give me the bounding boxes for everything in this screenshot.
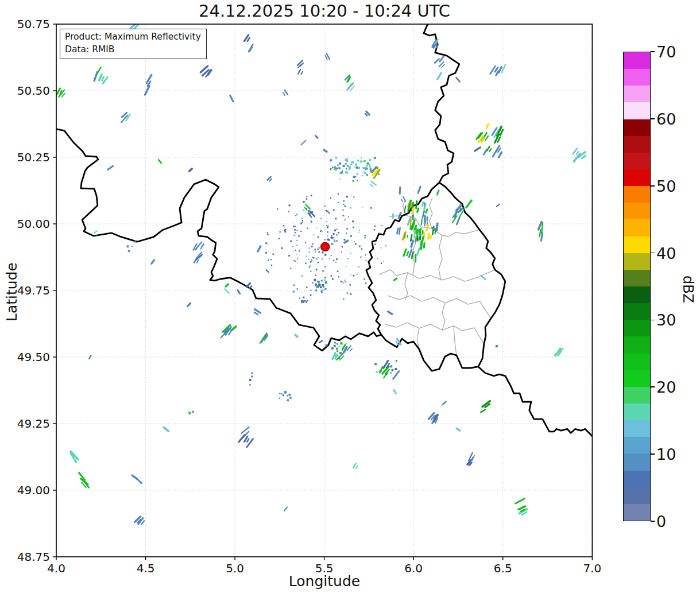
plot-content (56, 24, 592, 557)
colorbar-tick-label: 20 (656, 379, 676, 395)
colorbar-cell (624, 102, 650, 119)
colorbar-cell (624, 404, 650, 420)
svg-text:50.50: 50.50 (17, 84, 50, 98)
annotation-product: Product: Maximum Reflectivity (65, 31, 201, 44)
colorbar-tick (651, 386, 655, 387)
colorbar-cell (624, 270, 650, 286)
colorbar-cell (624, 253, 650, 270)
x-axis-label: Longitude (56, 573, 593, 590)
colorbar-cell (624, 169, 650, 186)
colorbar-cell (624, 471, 650, 487)
svg-text:49.75: 49.75 (17, 284, 50, 297)
colorbar-cell (624, 119, 650, 136)
y-axis-label: Latitude (3, 229, 20, 355)
colorbar-tick-label: 40 (656, 246, 676, 261)
colorbar-cell (624, 336, 650, 353)
colorbar-cell (624, 69, 650, 86)
colorbar-tick-label: 60 (656, 111, 676, 127)
colorbar-cell (624, 370, 650, 387)
colorbar-tick (651, 253, 655, 254)
colorbar-cell (624, 237, 650, 253)
colorbar-tick-label: 10 (656, 447, 676, 462)
svg-text:50.25: 50.25 (17, 150, 50, 164)
radar-site-marker (321, 242, 330, 251)
colorbar-cell (624, 203, 650, 219)
map-plot: 4.04.55.05.56.06.57.048.7549.0049.2549.5… (0, 0, 700, 597)
svg-text:49.25: 49.25 (17, 417, 50, 431)
annotation-box: Product: Maximum Reflectivity Data: RMIB (60, 29, 207, 59)
colorbar-cell (624, 354, 650, 370)
colorbar-label: dBZ (680, 272, 696, 307)
colorbar-cell (624, 303, 650, 320)
colorbar-cell (624, 420, 650, 437)
colorbar-tick-label: 50 (656, 179, 676, 194)
annotation-source: Data: RMIB (65, 44, 201, 56)
colorbar-cell (624, 453, 650, 470)
svg-text:49.00: 49.00 (17, 483, 50, 497)
colorbar-cell (624, 219, 650, 236)
colorbar-tick (651, 521, 655, 522)
colorbar-tick (651, 51, 655, 52)
svg-text:50.75: 50.75 (17, 17, 50, 31)
colorbar-cell (624, 437, 650, 453)
colorbar (623, 52, 651, 521)
radar-figure: 24.12.2025 10:20 - 10:24 UTC 4.04.55.05.… (0, 0, 700, 597)
colorbar-cell (624, 487, 650, 504)
svg-text:50.00: 50.00 (17, 217, 50, 231)
colorbar-cell (624, 387, 650, 404)
svg-text:49.50: 49.50 (17, 350, 50, 364)
colorbar-cell (624, 504, 650, 521)
colorbar-tick-label: 70 (656, 44, 676, 60)
colorbar-cell (624, 86, 650, 102)
colorbar-cell (624, 186, 650, 203)
colorbar-tick (651, 118, 655, 119)
colorbar-tick (651, 453, 655, 455)
colorbar-cell (624, 286, 650, 303)
colorbar-cell (624, 153, 650, 169)
colorbar-tick (651, 320, 655, 321)
colorbar-cell (624, 52, 650, 69)
colorbar-cell (624, 320, 650, 336)
colorbar-cell (624, 136, 650, 153)
colorbar-tick-label: 0 (656, 514, 666, 529)
svg-text:48.75: 48.75 (17, 550, 50, 564)
colorbar-tick-label: 30 (656, 312, 676, 328)
colorbar-tick (651, 185, 655, 187)
